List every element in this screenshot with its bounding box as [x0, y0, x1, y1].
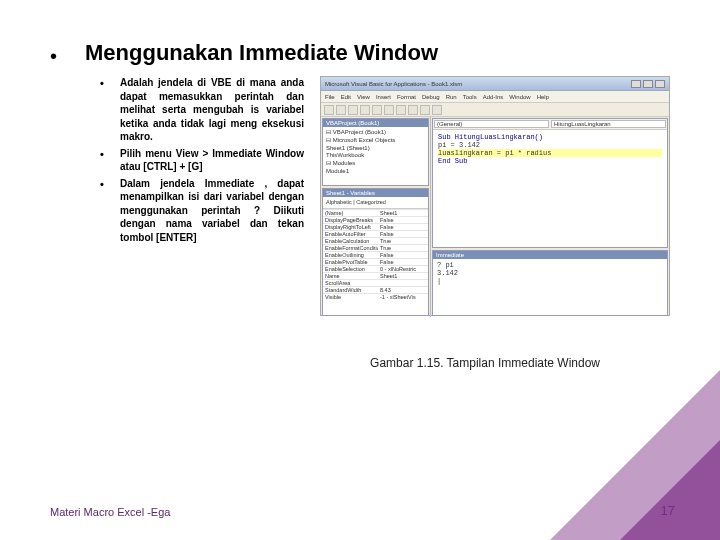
property-row[interactable]: StandardWidth8.43	[323, 286, 428, 293]
tree-item[interactable]: ⊟ Modules	[326, 160, 425, 168]
menu-item[interactable]: Help	[537, 94, 549, 100]
list-item: Pilih menu View > Immediate Window atau …	[100, 147, 304, 174]
project-pane-title: VBAProject (Book1)	[323, 119, 428, 127]
properties-pane-title: Sheet1 - Variables	[323, 189, 428, 197]
menu-item[interactable]: Format	[397, 94, 416, 100]
title-bullet-icon: •	[50, 40, 57, 66]
immediate-pane-title: Immediate	[433, 251, 667, 259]
minimize-icon[interactable]	[631, 80, 641, 88]
property-row[interactable]: DisplayPageBreaksFalse	[323, 216, 428, 223]
slide: • Menggunakan Immediate Window Adalah je…	[0, 0, 720, 540]
property-row[interactable]: EnableOutliningFalse	[323, 251, 428, 258]
title-row: • Menggunakan Immediate Window	[50, 40, 670, 66]
toolbar-button[interactable]	[432, 105, 442, 115]
menu-item[interactable]: Edit	[341, 94, 351, 100]
tree-item[interactable]: ⊟ Microsoft Excel Objects	[326, 137, 425, 145]
property-row[interactable]: (Name)Sheet1	[323, 209, 428, 216]
vbe-body: VBAProject (Book1) ⊟ VBAProject (Book1) …	[321, 117, 669, 317]
toolbar-button[interactable]	[420, 105, 430, 115]
immediate-window[interactable]: ? pi 3.142 |	[433, 259, 667, 315]
properties-pane: Sheet1 - Variables Alphabetic | Categori…	[322, 188, 429, 316]
toolbar-button[interactable]	[384, 105, 394, 115]
text-column: Adalah jendela di VBE di mana anda dapat…	[100, 76, 304, 247]
project-explorer-pane: VBAProject (Book1) ⊟ VBAProject (Book1) …	[322, 118, 429, 186]
decorative-corner-icon	[620, 440, 720, 540]
tree-item[interactable]: Sheet1 (Sheet1)	[326, 145, 425, 153]
tree-item[interactable]: ThisWorkbook	[326, 152, 425, 160]
content-row: Adalah jendela di VBE di mana anda dapat…	[50, 76, 670, 316]
screenshot-column: Microsoft Visual Basic for Applications …	[320, 76, 670, 316]
procedure-dropdown[interactable]: HitungLuasLingkaran	[551, 120, 666, 128]
immediate-line: ? pi	[437, 261, 663, 269]
property-row[interactable]: NameSheet1	[323, 272, 428, 279]
property-row[interactable]: EnablePivotTableFalse	[323, 258, 428, 265]
list-item: Dalam jendela Immediate , dapat menampil…	[100, 177, 304, 245]
toolbar-button[interactable]	[336, 105, 346, 115]
close-icon[interactable]	[655, 80, 665, 88]
code-pane: (General) HitungLuasLingkaran Sub Hitung…	[432, 118, 668, 248]
footer-text: Materi Macro Excel -Ega	[50, 506, 170, 518]
menu-item[interactable]: Tools	[463, 94, 477, 100]
vbe-right-panes: (General) HitungLuasLingkaran Sub Hitung…	[431, 117, 669, 317]
code-line-highlighted: luaslingkaran = pi * radius	[438, 149, 662, 157]
menu-item[interactable]: View	[357, 94, 370, 100]
toolbar-button[interactable]	[372, 105, 382, 115]
immediate-pane: Immediate ? pi 3.142 |	[432, 250, 668, 316]
menu-item[interactable]: Window	[509, 94, 530, 100]
vbe-titlebar: Microsoft Visual Basic for Applications …	[321, 77, 669, 91]
list-item: Adalah jendela di VBE di mana anda dapat…	[100, 76, 304, 144]
toolbar-button[interactable]	[348, 105, 358, 115]
property-row[interactable]: ScrollArea	[323, 279, 428, 286]
menu-item[interactable]: Add-Ins	[483, 94, 504, 100]
toolbar-button[interactable]	[324, 105, 334, 115]
vbe-toolbar	[321, 103, 669, 117]
toolbar-button[interactable]	[396, 105, 406, 115]
maximize-icon[interactable]	[643, 80, 653, 88]
property-row[interactable]: EnableSelection0 - xlNoRestric	[323, 265, 428, 272]
vbe-window-title: Microsoft Visual Basic for Applications …	[325, 81, 462, 87]
property-row[interactable]: EnableCalculationTrue	[323, 237, 428, 244]
property-row[interactable]: Visible-1 - xlSheetVis	[323, 293, 428, 300]
tree-item[interactable]: Module1	[326, 168, 425, 176]
menu-item[interactable]: Insert	[376, 94, 391, 100]
vbe-menubar: File Edit View Insert Format Debug Run T…	[321, 91, 669, 103]
toolbar-button[interactable]	[408, 105, 418, 115]
object-dropdown[interactable]: (General)	[434, 120, 549, 128]
menu-item[interactable]: File	[325, 94, 335, 100]
properties-tabs[interactable]: Alphabetic | Categorized	[323, 197, 428, 209]
property-row[interactable]: EnableAutoFilterFalse	[323, 230, 428, 237]
vbe-left-panes: VBAProject (Book1) ⊟ VBAProject (Book1) …	[321, 117, 431, 317]
code-line: Sub HitungLuasLingkaran()	[438, 133, 662, 141]
property-row[interactable]: DisplayRightToLeftFalse	[323, 223, 428, 230]
menu-item[interactable]: Debug	[422, 94, 440, 100]
toolbar-button[interactable]	[360, 105, 370, 115]
tree-item[interactable]: ⊟ VBAProject (Book1)	[326, 129, 425, 137]
code-line: End Sub	[438, 157, 662, 165]
code-line: pi = 3.142	[438, 141, 662, 149]
vbe-window: Microsoft Visual Basic for Applications …	[320, 76, 670, 316]
figure-caption: Gambar 1.15. Tampilan Immediate Window	[50, 356, 670, 370]
project-tree[interactable]: ⊟ VBAProject (Book1) ⊟ Microsoft Excel O…	[323, 127, 428, 178]
property-row[interactable]: EnableFormatConditionsTrue	[323, 244, 428, 251]
properties-grid[interactable]: (Name)Sheet1 DisplayPageBreaksFalse Disp…	[323, 209, 428, 300]
code-dropdowns: (General) HitungLuasLingkaran	[433, 119, 667, 130]
immediate-cursor: |	[437, 277, 663, 285]
immediate-line: 3.142	[437, 269, 663, 277]
menu-item[interactable]: Run	[446, 94, 457, 100]
page-title: Menggunakan Immediate Window	[85, 40, 438, 66]
code-editor[interactable]: Sub HitungLuasLingkaran() pi = 3.142 lua…	[433, 130, 667, 247]
